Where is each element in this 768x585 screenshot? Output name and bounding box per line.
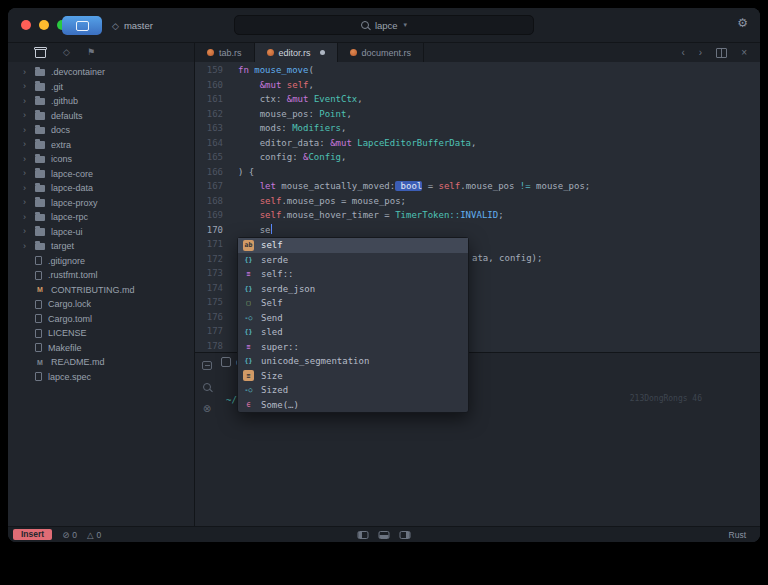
errors-indicator[interactable]: ⊘ 0: [62, 530, 77, 540]
tree-item[interactable]: MREADME.md: [8, 355, 194, 370]
mode-indicator[interactable]: Insert: [13, 529, 52, 540]
file-explorer: ›.devcontainer›.git›.github›defaults›doc…: [8, 62, 195, 527]
settings-gear-icon[interactable]: ⚙: [737, 17, 748, 29]
activity-bar: ◇ ⚑: [8, 43, 195, 62]
search-panel-icon[interactable]: [203, 383, 211, 391]
tab-label: document.rs: [362, 48, 412, 58]
file-name: .github: [51, 96, 78, 106]
tree-item[interactable]: .rustfmt.toml: [8, 268, 194, 283]
tree-item[interactable]: ›icons: [8, 152, 194, 167]
chevron-right-icon: ›: [23, 111, 29, 120]
nav-back-icon[interactable]: ‹: [681, 47, 684, 58]
code-line[interactable]: 165 config: &Config,: [195, 150, 760, 165]
code-line[interactable]: 170 se: [195, 223, 760, 238]
tree-item[interactable]: .gitignore: [8, 254, 194, 269]
panel-toggles: [358, 531, 411, 539]
palette-text: lapce: [375, 20, 398, 31]
completion-item[interactable]: -○Sized: [238, 383, 468, 398]
tree-item[interactable]: ›.github: [8, 94, 194, 109]
tree-item[interactable]: lapce.spec: [8, 370, 194, 385]
completion-kind-icon: ≡: [243, 370, 254, 381]
terminal-panel-icon[interactable]: [202, 361, 212, 370]
code-line[interactable]: 167 let mouse_actually_moved: bool = sel…: [195, 179, 760, 194]
plugins-icon[interactable]: ⚑: [87, 48, 95, 57]
completion-item[interactable]: ∈Some(…): [238, 398, 468, 413]
close-window-button[interactable]: [21, 20, 31, 30]
code-line[interactable]: 161 ctx: &mut EventCtx,: [195, 92, 760, 107]
completion-kind-icon: -○: [243, 385, 254, 396]
source-control-icon[interactable]: ◇: [63, 48, 70, 57]
code-line[interactable]: 168 self.mouse_pos = mouse_pos;: [195, 194, 760, 209]
tab-tab.rs[interactable]: tab.rs: [195, 43, 255, 62]
tab-editor.rs[interactable]: editor.rs: [255, 43, 338, 62]
folder-icon: [35, 69, 45, 77]
code-line[interactable]: 163 mods: Modifiers,: [195, 121, 760, 136]
tree-item[interactable]: ›docs: [8, 123, 194, 138]
file-explorer-icon[interactable]: [35, 44, 46, 62]
code-text: fn mouse_move(: [238, 63, 314, 78]
tab-nav: ‹ › ×: [681, 43, 760, 62]
tab-document.rs[interactable]: document.rs: [338, 43, 425, 62]
remote-connection-button[interactable]: [62, 16, 102, 35]
language-indicator[interactable]: Rust: [729, 530, 746, 540]
tree-item[interactable]: ›lapce-data: [8, 181, 194, 196]
line-number: 175: [195, 295, 223, 310]
completion-kind-icon: ∈: [243, 399, 254, 410]
toggle-right-panel-icon[interactable]: [400, 531, 411, 539]
branch-button[interactable]: ◇ master: [112, 16, 153, 35]
code-line[interactable]: 166) {: [195, 165, 760, 180]
chevron-right-icon: ›: [23, 184, 29, 193]
problems-panel-icon[interactable]: ⊗: [203, 404, 211, 414]
file-icon: [35, 314, 42, 323]
file-name: LICENSE: [48, 328, 87, 338]
code-line[interactable]: 159fn mouse_move(: [195, 63, 760, 78]
tree-item[interactable]: ›lapce-proxy: [8, 196, 194, 211]
completion-item[interactable]: {}serde: [238, 253, 468, 268]
tree-item[interactable]: Makefile: [8, 341, 194, 356]
completion-item[interactable]: {}serde_json: [238, 282, 468, 297]
tree-item[interactable]: Cargo.toml: [8, 312, 194, 327]
completion-item[interactable]: abself: [238, 238, 468, 253]
tree-item[interactable]: MCONTRIBUTING.md: [8, 283, 194, 298]
code-line[interactable]: 162 mouse_pos: Point,: [195, 107, 760, 122]
code-line[interactable]: 160 &mut self,: [195, 78, 760, 93]
tree-item[interactable]: ›lapce-core: [8, 167, 194, 182]
warnings-indicator[interactable]: △ 0: [87, 530, 101, 540]
split-editor-icon[interactable]: [716, 48, 727, 58]
file-name: icons: [51, 154, 72, 164]
file-name: Cargo.toml: [48, 314, 92, 324]
code-line[interactable]: 169 self.mouse_hover_timer = TimerToken:…: [195, 208, 760, 223]
line-number: 172: [195, 252, 223, 267]
completion-kind-icon: ≡: [243, 269, 254, 280]
command-palette[interactable]: lapce ▾: [234, 15, 534, 35]
file-name: .git: [51, 82, 63, 92]
completion-item[interactable]: □Self: [238, 296, 468, 311]
toggle-bottom-panel-icon[interactable]: [379, 531, 390, 539]
completion-item[interactable]: ≡super::: [238, 340, 468, 355]
tree-item[interactable]: LICENSE: [8, 326, 194, 341]
file-icon: [35, 256, 42, 265]
close-editor-icon[interactable]: ×: [741, 47, 747, 58]
terminal-right-text: 213DongRongs 46: [630, 394, 702, 403]
tree-item[interactable]: ›lapce-rpc: [8, 210, 194, 225]
tree-item[interactable]: ›.devcontainer: [8, 65, 194, 80]
toggle-left-panel-icon[interactable]: [358, 531, 369, 539]
completion-item[interactable]: {}sled: [238, 325, 468, 340]
code-text: ctx: &mut EventCtx,: [238, 92, 363, 107]
tree-item[interactable]: ›extra: [8, 138, 194, 153]
code-line[interactable]: 164 editor_data: &mut LapceEditorBufferD…: [195, 136, 760, 151]
completion-label: sled: [261, 327, 283, 337]
completion-item[interactable]: -○Send: [238, 311, 468, 326]
branch-icon: ◇: [112, 21, 119, 31]
tree-item[interactable]: Cargo.lock: [8, 297, 194, 312]
line-number: 176: [195, 310, 223, 325]
tree-item[interactable]: ›.git: [8, 80, 194, 95]
tree-item[interactable]: ›defaults: [8, 109, 194, 124]
tree-item[interactable]: ›lapce-ui: [8, 225, 194, 240]
tree-item[interactable]: ›target: [8, 239, 194, 254]
completion-item[interactable]: ≡Size: [238, 369, 468, 384]
nav-forward-icon[interactable]: ›: [699, 47, 702, 58]
completion-item[interactable]: {}unicode_segmentation: [238, 354, 468, 369]
completion-item[interactable]: ≡self::: [238, 267, 468, 282]
minimize-window-button[interactable]: [39, 20, 49, 30]
